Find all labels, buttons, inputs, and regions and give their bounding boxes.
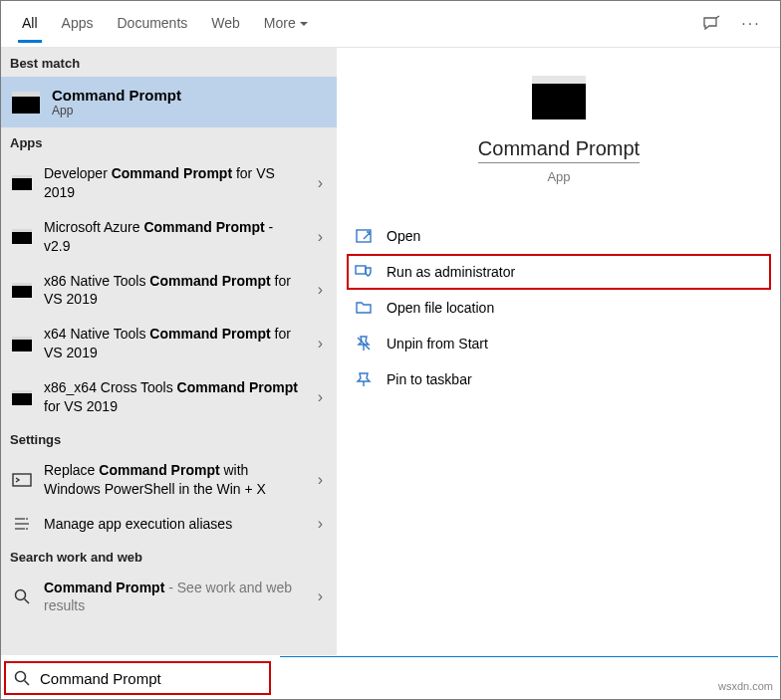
terminal-setting-icon xyxy=(12,472,32,488)
web-result[interactable]: Command Prompt - See work and web result… xyxy=(0,571,337,624)
best-match-title: Command Prompt xyxy=(52,87,181,104)
action-run-as-admin[interactable]: Run as administrator xyxy=(347,254,771,290)
svg-rect-9 xyxy=(356,266,366,274)
tab-web[interactable]: Web xyxy=(199,5,252,43)
unpin-icon xyxy=(355,335,373,352)
svg-point-6 xyxy=(16,590,26,600)
best-match-subtitle: App xyxy=(52,104,181,117)
chevron-down-icon xyxy=(300,22,308,30)
setting-result[interactable]: Replace Command Prompt with Windows Powe… xyxy=(0,453,337,507)
options-icon[interactable]: ··· xyxy=(741,14,761,34)
section-apps: Apps xyxy=(0,127,337,156)
chevron-right-icon[interactable]: › xyxy=(314,515,327,533)
chevron-right-icon[interactable]: › xyxy=(314,335,327,352)
action-pin-taskbar[interactable]: Pin to taskbar xyxy=(347,361,771,397)
command-prompt-icon xyxy=(12,229,32,244)
command-prompt-icon xyxy=(12,92,40,114)
tab-more[interactable]: More xyxy=(252,5,320,43)
divider xyxy=(280,656,778,657)
svg-line-12 xyxy=(25,681,30,686)
watermark: wsxdn.com xyxy=(718,680,773,692)
app-result[interactable]: Developer Command Prompt for VS 2019 › xyxy=(0,156,337,210)
app-result[interactable]: x86_x64 Cross Tools Command Prompt for V… xyxy=(0,370,337,424)
tab-all[interactable]: All xyxy=(10,5,50,43)
shield-admin-icon xyxy=(355,263,373,281)
action-open-file-location[interactable]: Open file location xyxy=(347,290,771,326)
alias-icon xyxy=(12,516,32,532)
section-search-web: Search work and web xyxy=(0,542,337,571)
action-open[interactable]: Open xyxy=(347,218,771,254)
chevron-right-icon[interactable]: › xyxy=(314,587,327,605)
results-pane: Best match Command Prompt App Apps Devel… xyxy=(0,48,337,655)
filter-tab-bar: All Apps Documents Web More ··· xyxy=(0,0,781,48)
svg-point-11 xyxy=(16,672,26,682)
preview-subtitle: App xyxy=(547,169,570,184)
search-input[interactable] xyxy=(40,670,261,687)
command-prompt-icon xyxy=(12,337,32,351)
best-match-item[interactable]: Command Prompt App xyxy=(0,77,337,127)
command-prompt-icon xyxy=(12,283,32,298)
svg-line-7 xyxy=(25,599,30,604)
chevron-right-icon[interactable]: › xyxy=(314,174,327,192)
svg-rect-0 xyxy=(13,474,31,486)
command-prompt-icon xyxy=(12,175,32,190)
chevron-right-icon[interactable]: › xyxy=(314,281,327,299)
feedback-icon[interactable] xyxy=(701,14,721,34)
preview-pane: Command Prompt App Open Run as administr… xyxy=(337,48,781,655)
chevron-right-icon[interactable]: › xyxy=(314,471,327,489)
command-prompt-icon xyxy=(532,76,586,119)
setting-result[interactable]: Manage app execution aliases › xyxy=(0,507,337,542)
tab-documents[interactable]: Documents xyxy=(105,5,199,43)
chevron-right-icon[interactable]: › xyxy=(314,228,327,246)
folder-icon xyxy=(355,299,373,317)
action-unpin-start[interactable]: Unpin from Start xyxy=(347,326,771,361)
search-icon xyxy=(14,670,30,686)
preview-title[interactable]: Command Prompt xyxy=(478,137,640,163)
section-settings: Settings xyxy=(0,424,337,453)
pin-icon xyxy=(355,370,373,388)
app-result[interactable]: x86 Native Tools Command Prompt for VS 2… xyxy=(0,264,337,318)
tab-apps[interactable]: Apps xyxy=(50,5,106,43)
search-box[interactable] xyxy=(4,661,271,695)
chevron-right-icon[interactable]: › xyxy=(314,388,327,406)
app-result[interactable]: Microsoft Azure Command Prompt - v2.9 › xyxy=(0,210,337,264)
command-prompt-icon xyxy=(12,390,32,405)
app-result[interactable]: x64 Native Tools Command Prompt for VS 2… xyxy=(0,317,337,370)
section-best-match: Best match xyxy=(0,48,337,77)
open-icon xyxy=(355,227,373,245)
search-icon xyxy=(12,588,32,604)
